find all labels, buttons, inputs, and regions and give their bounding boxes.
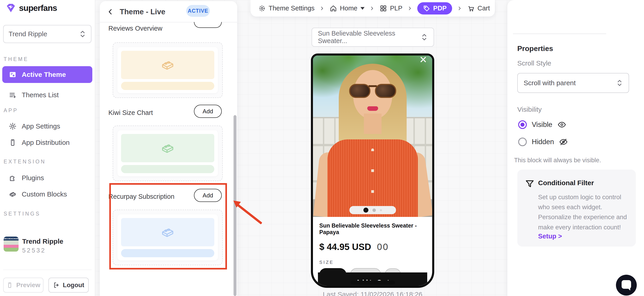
properties-panel: Properties Scroll Style Scroll with pare… bbox=[507, 0, 644, 296]
sidebar-item-app-distribution[interactable]: App Distribution bbox=[2, 134, 92, 151]
avatar-label: DECOEXCHANGE bbox=[4, 237, 18, 240]
conditional-filter-setup-link[interactable]: Setup > bbox=[538, 233, 562, 240]
nav-home[interactable]: Home bbox=[330, 5, 364, 12]
home-indicator bbox=[350, 280, 395, 284]
placeholder-card bbox=[118, 130, 218, 176]
scroll-style-select[interactable]: Scroll with parent bbox=[517, 73, 629, 93]
visibility-option-hidden[interactable]: Hidden bbox=[518, 137, 568, 146]
photo-neck bbox=[364, 113, 382, 134]
chat-bubble-icon bbox=[622, 280, 631, 289]
page-navigation: Theme Settings Home PLP PDP Cart bbox=[250, 0, 495, 17]
chat-launcher-button[interactable] bbox=[616, 275, 637, 295]
properties-divider bbox=[513, 34, 606, 34]
block-placeholder-green[interactable] bbox=[113, 125, 223, 181]
panel-title: Theme - Live bbox=[120, 8, 166, 16]
nav-theme-settings[interactable]: Theme Settings bbox=[258, 5, 314, 12]
conditional-filter-title: Conditional Filter bbox=[538, 179, 594, 187]
nav-plp[interactable]: PLP bbox=[380, 5, 402, 12]
preview-button[interactable]: Preview bbox=[3, 278, 44, 292]
sidebar-footer-divider bbox=[3, 270, 92, 270]
nav-cart[interactable]: Cart bbox=[467, 5, 490, 12]
product-price: $ 44.95 USD bbox=[319, 242, 371, 252]
sidebar-item-custom-blocks[interactable]: Custom Blocks bbox=[2, 186, 92, 203]
block-item-title: Kiwi Size Chart bbox=[108, 109, 153, 116]
section-label-theme: THEME bbox=[4, 56, 29, 62]
placeholder-bar bbox=[121, 165, 214, 173]
visibility-option-visible[interactable]: Visible bbox=[518, 120, 566, 129]
last-saved-text: Last Saved: 11/02/2026 16:18:26 bbox=[302, 290, 443, 296]
sidebar-item-label: Plugins bbox=[22, 174, 44, 182]
phone-preview: ✕ Sun Believable Sleeveless Sweater - Pa… bbox=[311, 54, 434, 288]
product-title: Sun Believable Sleeveless Sweater - Papa… bbox=[319, 222, 426, 235]
section-label-extension: EXTENSION bbox=[4, 159, 46, 165]
lego-brick-icon bbox=[160, 140, 175, 156]
product-info: Sun Believable Sleeveless Sweater - Papa… bbox=[313, 217, 432, 281]
image-carousel-dots[interactable] bbox=[350, 206, 396, 214]
scroll-style-value: Scroll with parent bbox=[524, 79, 576, 87]
block-placeholder-yellow[interactable] bbox=[113, 42, 223, 98]
sidebar-item-active-theme[interactable]: Active Theme bbox=[2, 66, 92, 83]
logout-button[interactable]: Logout bbox=[48, 278, 89, 292]
nav-pdp-active[interactable]: PDP bbox=[417, 2, 452, 15]
carousel-dot bbox=[380, 209, 382, 211]
chevron-right-icon bbox=[457, 6, 462, 11]
product-photo: ✕ bbox=[313, 56, 432, 217]
sidebar: superfans Trend Ripple THEME Active Them… bbox=[0, 0, 95, 296]
lego-brick-icon bbox=[160, 225, 175, 240]
add-button[interactable]: Add bbox=[194, 105, 222, 118]
radio-selected[interactable] bbox=[518, 120, 527, 129]
add-button-clipped[interactable] bbox=[194, 22, 222, 28]
conditional-filter-card: Conditional Filter Set up custom logic t… bbox=[517, 170, 636, 247]
add-button[interactable]: Add bbox=[194, 189, 222, 202]
placeholder-media bbox=[121, 51, 214, 79]
radio-unselected[interactable] bbox=[518, 137, 527, 146]
brick-icon bbox=[8, 190, 17, 198]
sidebar-item-themes-list[interactable]: Themes List bbox=[2, 87, 92, 103]
theme-card-icon bbox=[8, 70, 17, 79]
chevron-right-icon bbox=[407, 6, 412, 11]
workspace-select[interactable]: Trend Ripple bbox=[3, 25, 92, 43]
logout-button-label: Logout bbox=[63, 281, 84, 289]
brand-name: superfans bbox=[19, 4, 57, 13]
list-add-icon bbox=[8, 91, 17, 99]
scrollbar-thumb[interactable] bbox=[234, 115, 236, 296]
updown-chevron-icon bbox=[79, 30, 86, 38]
photo-sunglasses bbox=[349, 84, 396, 98]
back-chevron-icon[interactable] bbox=[106, 8, 114, 16]
chevron-right-icon bbox=[370, 6, 374, 11]
placeholder-media bbox=[121, 218, 214, 246]
size-label: SIZE bbox=[319, 260, 426, 265]
superfans-logo-icon bbox=[6, 3, 16, 14]
photo-lips bbox=[367, 106, 378, 111]
preview-button-label: Preview bbox=[16, 281, 40, 289]
logout-icon bbox=[53, 282, 60, 288]
close-icon[interactable]: ✕ bbox=[419, 56, 427, 65]
sidebar-item-label: App Settings bbox=[22, 122, 60, 130]
product-select[interactable]: Sun Believable Sleeveless Sweater... bbox=[312, 28, 434, 47]
sidebar-item-plugins[interactable]: Plugins bbox=[2, 170, 92, 186]
gear-icon bbox=[8, 122, 17, 130]
conditional-filter-body: Set up custom logic to control who sees … bbox=[538, 192, 630, 232]
placeholder-bar bbox=[121, 249, 214, 257]
eye-off-icon bbox=[559, 137, 568, 146]
radio-label: Visible bbox=[532, 120, 552, 129]
avatar[interactable]: DECOEXCHANGE bbox=[4, 237, 18, 252]
nav-label: Theme Settings bbox=[268, 5, 314, 12]
caret-down-icon bbox=[360, 7, 364, 10]
eye-icon bbox=[557, 120, 566, 129]
scroll-style-label: Scroll Style bbox=[517, 59, 551, 67]
sidebar-item-app-settings[interactable]: App Settings bbox=[2, 118, 92, 135]
nav-label: PDP bbox=[433, 5, 447, 12]
block-item-title: Recurpay Subscription bbox=[108, 193, 174, 200]
sidebar-item-label: App Distribution bbox=[22, 139, 70, 146]
product-select-value: Sun Believable Sleeveless Sweater... bbox=[318, 30, 421, 45]
profile-id: 52532 bbox=[22, 247, 46, 254]
placeholder-card bbox=[118, 214, 218, 260]
sidebar-item-label: Active Theme bbox=[22, 71, 66, 78]
tag-icon bbox=[423, 5, 430, 12]
updown-chevron-icon bbox=[616, 79, 623, 87]
carousel-dot-active bbox=[364, 208, 368, 213]
block-placeholder-blue[interactable] bbox=[113, 210, 223, 265]
block-item-title: Reviews Overview bbox=[108, 25, 162, 32]
placeholder-bar bbox=[121, 82, 214, 90]
